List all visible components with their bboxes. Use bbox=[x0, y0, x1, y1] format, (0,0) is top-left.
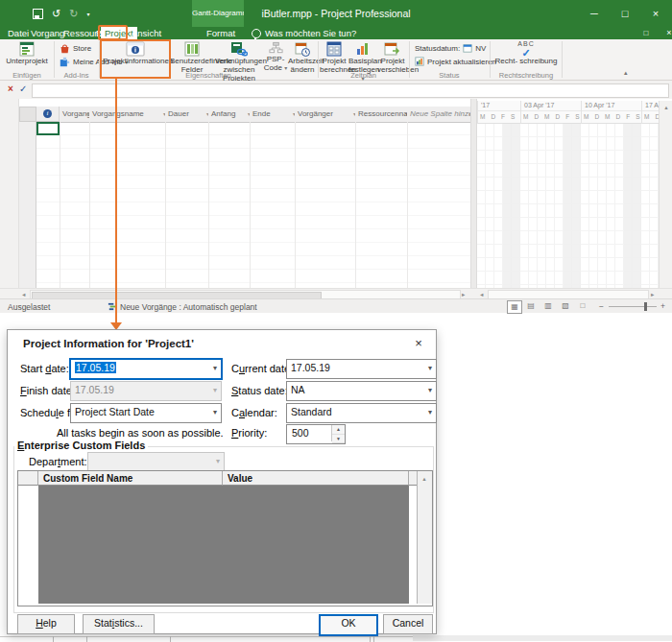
minimize-button[interactable]: ─ bbox=[580, 0, 609, 27]
table-header-value: Value bbox=[223, 471, 409, 486]
column-header-vorgaenger[interactable]: ▾Vorgänger bbox=[295, 107, 359, 123]
view-team-planner-button[interactable]: ▥ bbox=[541, 300, 555, 312]
scroll-left-icon[interactable]: ◄ bbox=[21, 291, 26, 298]
cancel-button[interactable]: Cancel bbox=[383, 614, 433, 634]
psp-code-button[interactable]: PSP- Code ▾ bbox=[263, 40, 288, 73]
column-header-dauer[interactable]: ▾Dauer bbox=[165, 107, 212, 123]
status-date-combo[interactable]: NA ▾ bbox=[286, 381, 437, 401]
help-button[interactable]: Help bbox=[17, 614, 75, 634]
left-gutter bbox=[0, 99, 19, 288]
projekt-aktualisieren-button[interactable]: Projekt aktualisieren bbox=[415, 56, 496, 67]
schedule-from-combo[interactable]: Project Start Date ▾ bbox=[70, 403, 222, 423]
scroll-right-icon[interactable]: ► bbox=[650, 291, 655, 298]
view-gantt-button[interactable]: ▦ bbox=[507, 300, 522, 314]
collapse-ribbon-icon[interactable]: ▴ bbox=[624, 69, 628, 77]
view-report-button[interactable]: □ bbox=[576, 300, 589, 312]
column-header-info[interactable]: i bbox=[36, 107, 60, 122]
maximize-button[interactable]: □ bbox=[611, 0, 639, 27]
close-button[interactable]: × bbox=[641, 0, 670, 27]
table-header-selector bbox=[18, 471, 38, 486]
select-all-cell[interactable] bbox=[19, 107, 36, 122]
spin-up-icon[interactable]: ▲ bbox=[332, 425, 345, 435]
project-information-dialog: Project Information for 'Project1' × Sta… bbox=[7, 329, 437, 634]
start-date-combo[interactable]: 17.05.19 ▾ bbox=[70, 359, 222, 379]
scroll-right-icon[interactable]: ► bbox=[461, 291, 466, 298]
chevron-down-icon[interactable]: ▾ bbox=[428, 404, 432, 420]
wbs-code-icon bbox=[269, 41, 283, 55]
timescale-week: '17 M D F S S bbox=[477, 101, 521, 124]
custom-fields-icon bbox=[184, 41, 200, 57]
tab-format[interactable]: Format bbox=[203, 27, 239, 39]
column-header-anfang[interactable]: ▾Anfang bbox=[208, 107, 253, 123]
table-scrollbar[interactable]: ▲ bbox=[417, 471, 432, 604]
ok-button[interactable]: OK bbox=[319, 614, 378, 636]
cancel-entry-icon[interactable]: × bbox=[8, 83, 13, 95]
status-date-label: Status date: bbox=[231, 385, 288, 396]
qat-customize-icon[interactable]: ▾ bbox=[86, 11, 89, 17]
schedule-note: All tasks begin as soon as possible. bbox=[57, 427, 224, 439]
spin-down-icon[interactable]: ▼ bbox=[332, 435, 345, 444]
zoom-in-icon[interactable]: + bbox=[660, 301, 665, 311]
column-header-vorgangsname[interactable]: ▾Vorgangsname bbox=[89, 107, 169, 123]
projekt-berechnen-button[interactable]: Projekt berechnen bbox=[320, 40, 348, 75]
rechtschreibung-button[interactable]: ABC ✓ Recht- schreibung bbox=[494, 40, 558, 66]
department-combo: ▾ bbox=[87, 452, 225, 472]
store-bag-icon bbox=[60, 43, 70, 54]
scroll-left-icon[interactable]: ◄ bbox=[479, 291, 484, 298]
benutzerdefinierte-felder-button[interactable]: Benutzerdefinierte Felder bbox=[170, 40, 214, 75]
group-box-label: Enterprise Custom Fields bbox=[14, 440, 148, 451]
statusdatum-item[interactable]: Statusdatum: NV bbox=[415, 42, 486, 54]
spinner-buttons[interactable]: ▲ ▼ bbox=[331, 425, 345, 441]
dialog-close-icon[interactable]: × bbox=[407, 334, 430, 353]
zoom-out-icon[interactable]: − bbox=[599, 301, 604, 311]
gantt-vertical-scrollbar[interactable]: ▲ ▼ bbox=[659, 101, 672, 298]
priority-label: Priority: bbox=[231, 427, 267, 439]
column-header-ressourcennamen[interactable]: ▾Ressourcennamen bbox=[355, 107, 411, 123]
entry-bar-input[interactable] bbox=[32, 83, 669, 98]
column-header-ende[interactable]: ▾Ende bbox=[250, 107, 299, 123]
projekt-verschieben-button[interactable]: Projekt verschieben bbox=[377, 40, 408, 75]
column-header-vorgangsmodus[interactable]: ▾Vorgang bbox=[60, 107, 93, 123]
selected-cell[interactable] bbox=[36, 122, 60, 135]
view-task-usage-button[interactable]: ▤ bbox=[524, 300, 538, 312]
redo-icon[interactable]: ↻ bbox=[69, 8, 78, 20]
table-disabled-area bbox=[38, 486, 409, 604]
background-strip bbox=[413, 635, 672, 641]
column-header-neue-spalte[interactable]: ▾Neue Spalte hinzufügen bbox=[407, 107, 474, 123]
group-label-rechtschreibung: Rechtschreibung bbox=[490, 71, 563, 80]
new-tasks-mode-label[interactable]: Neue Vorgänge : Automatisch geplant bbox=[120, 302, 257, 312]
save-icon[interactable] bbox=[33, 9, 43, 19]
chevron-down-icon[interactable]: ▾ bbox=[428, 360, 432, 376]
store-button[interactable]: Store bbox=[60, 42, 91, 54]
zoom-slider[interactable] bbox=[609, 306, 657, 307]
view-resource-sheet-button[interactable]: ▧ bbox=[559, 300, 572, 312]
chevron-down-icon[interactable]: ▾ bbox=[213, 360, 217, 376]
app-screenshot: ↺ ↻ ▾ Gantt-Diagrammtools iButler.mpp - … bbox=[0, 0, 672, 642]
window-title: iButler.mpp - Project Professional bbox=[0, 0, 672, 27]
close-window-icon[interactable]: × bbox=[655, 27, 672, 39]
chevron-down-icon[interactable]: ▾ bbox=[428, 382, 432, 398]
chevron-down-icon[interactable]: ▾ bbox=[213, 404, 217, 420]
confirm-entry-icon[interactable]: ✓ bbox=[19, 83, 27, 95]
update-project-icon bbox=[415, 57, 424, 66]
tab-ansicht[interactable]: Ansicht bbox=[128, 27, 165, 39]
table-header-custom-field-name: Custom Field Name bbox=[38, 471, 223, 486]
statistics-button[interactable]: Statistics... bbox=[83, 614, 155, 634]
gantt-timescale[interactable]: '17 M D F S S 03 Apr '17 M D M D F S S 1… bbox=[477, 101, 659, 124]
unterprojekt-button[interactable]: Unterprojekt bbox=[2, 40, 52, 66]
task-grid-body[interactable] bbox=[36, 122, 470, 288]
current-date-combo[interactable]: 17.05.19 ▾ bbox=[286, 359, 437, 379]
calendar-combo[interactable]: Standard ▾ bbox=[286, 403, 437, 423]
tell-me-box[interactable]: Was möchten Sie tun? bbox=[252, 27, 356, 39]
zoom-slider-thumb[interactable] bbox=[644, 302, 647, 311]
scroll-up-icon[interactable]: ▲ bbox=[660, 102, 672, 113]
annotation-box-projekt-tab bbox=[98, 25, 128, 40]
undo-icon[interactable]: ↺ bbox=[52, 8, 60, 20]
pane-splitter[interactable] bbox=[470, 99, 477, 298]
links-between-projects-icon bbox=[230, 41, 248, 57]
arbeitszeit-button[interactable]: Arbeitszeit ändern bbox=[288, 40, 317, 75]
scroll-up-icon[interactable]: ▲ bbox=[418, 473, 431, 485]
weekend-shading bbox=[624, 124, 641, 288]
status-bar: Ausgelastet Neue Vorgänge : Automatisch … bbox=[0, 298, 672, 313]
priority-spinner[interactable]: 500 ▲ ▼ bbox=[286, 424, 346, 444]
